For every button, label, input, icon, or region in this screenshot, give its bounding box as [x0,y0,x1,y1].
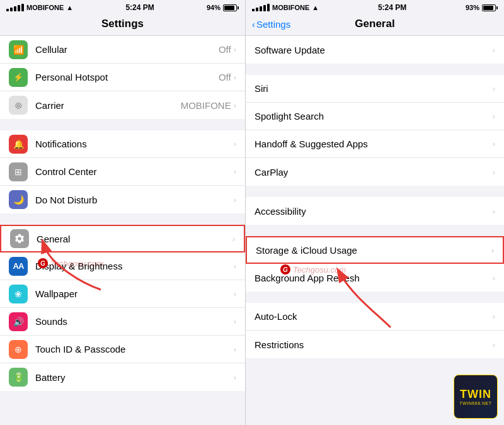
right-settings-list[interactable]: Software Update › Siri › Spotlight Searc… [246,36,504,425]
sounds-icon: 🔊 [9,312,28,331]
twin-logo-text: TWIN [460,388,491,401]
right-battery-icon [482,4,498,11]
touch-id-label: Touch ID & Passcode [35,344,234,354]
accessibility-chevron: › [493,207,495,216]
cellular-icon: 📶 [9,40,28,59]
row-software-update[interactable]: Software Update › [246,36,504,64]
row-carplay[interactable]: CarPlay › [246,158,504,186]
background-refresh-chevron: › [493,273,495,283]
touch-id-icon: ⊕ [9,340,28,359]
dnd-icon: 🌙 [9,190,28,209]
right-gap-1 [246,64,504,75]
carrier-value: MOBIFONE [181,100,231,111]
row-control-center[interactable]: ⊞ Control Center › [0,158,245,186]
left-settings-list[interactable]: 📶 Cellular Off › ⚡ Personal Hotspot Off … [0,36,245,425]
auto-lock-label: Auto-Lock [255,311,493,322]
row-spotlight-search[interactable]: Spotlight Search › [246,103,504,130]
row-auto-lock[interactable]: Auto-Lock › [246,303,504,331]
row-general[interactable]: General › [0,225,245,252]
cellular-label: Cellular [35,44,219,55]
watermark-right: G Techgosu.com [280,264,346,275]
left-status-right: 94% [207,4,239,11]
right-status-bar: MOBIFONE ▲ 5:24 PM 93% [246,0,504,14]
siri-label: Siri [255,83,493,94]
right-signal-icon [252,4,270,11]
row-battery[interactable]: 🔋 Battery › [0,363,245,391]
signal-icon [6,4,24,11]
left-phone-panel: MOBIFONE ▲ 5:24 PM 94% Settings 📶 Cellu [0,0,246,425]
right-nav-title: General [355,18,394,30]
battery-row-icon: 🔋 [9,368,28,387]
right-battery-percent: 93% [466,4,479,11]
dnd-label: Do Not Disturb [35,195,234,205]
cellular-chevron: › [234,45,236,54]
wallpaper-label: Wallpaper [35,288,234,299]
right-gap-2 [246,186,504,197]
carrier-icon: ◎ [9,96,28,115]
right-nav-bar: ‹ Settings General [246,14,504,36]
carrier-name: MOBIFONE [26,4,64,11]
wallpaper-chevron: › [234,289,236,298]
battery-label: Battery [35,372,234,383]
touch-id-chevron: › [234,344,236,354]
right-status-left: MOBIFONE ▲ [252,4,319,11]
section-software-update: Software Update › [246,36,504,64]
row-restrictions[interactable]: Restrictions › [246,331,504,358]
notifications-icon: 🔔 [9,135,28,154]
right-phone-panel: MOBIFONE ▲ 5:24 PM 93% ‹ Settings Genera… [246,0,504,425]
section-cellular: 📶 Cellular Off › ⚡ Personal Hotspot Off … [0,36,245,119]
row-personal-hotspot[interactable]: ⚡ Personal Hotspot Off › [0,64,245,91]
carrier-chevron: › [234,101,236,110]
section-notifications: 🔔 Notifications › ⊞ Control Center › 🌙 D… [0,130,245,213]
general-chevron: › [232,234,235,244]
right-wifi-icon: ▲ [312,4,319,11]
row-carrier[interactable]: ◎ Carrier MOBIFONE › [0,91,245,119]
hotspot-label: Personal Hotspot [35,72,219,82]
row-cellular[interactable]: 📶 Cellular Off › [0,36,245,64]
row-display-brightness[interactable]: AA Display & Brightness › [0,252,245,280]
dnd-chevron: › [234,195,236,205]
notifications-chevron: › [234,139,236,149]
left-time: 5:24 PM [125,3,154,12]
row-notifications[interactable]: 🔔 Notifications › [0,130,245,158]
row-handoff[interactable]: Handoff & Suggested Apps › [246,130,504,158]
software-update-label: Software Update [255,45,493,55]
display-chevron: › [234,261,236,271]
left-nav-bar: Settings [0,14,245,36]
control-center-chevron: › [234,167,236,176]
battery-percent-left: 94% [207,4,220,11]
twin-logo-sub: TWIN668.NET [459,401,491,405]
display-icon: AA [9,257,28,276]
section-siri: Siri › Spotlight Search › Handoff & Sugg… [246,75,504,186]
battery-chevron: › [234,373,236,382]
row-accessibility[interactable]: Accessibility › [246,197,504,225]
right-gap-3 [246,225,504,236]
row-storage-icloud[interactable]: Storage & iCloud Usage › [246,236,504,264]
row-siri[interactable]: Siri › [246,75,504,103]
gap-1 [0,119,245,130]
hotspot-value: Off [219,72,231,82]
restrictions-label: Restrictions [255,339,493,350]
row-sounds[interactable]: 🔊 Sounds › [0,308,245,336]
back-button[interactable]: ‹ Settings [252,19,290,30]
hotspot-chevron: › [234,72,236,82]
hotspot-icon: ⚡ [9,68,28,87]
row-wallpaper[interactable]: ❀ Wallpaper › [0,280,245,308]
restrictions-chevron: › [493,340,495,349]
auto-lock-chevron: › [493,312,495,321]
handoff-chevron: › [493,139,495,149]
left-status-bar: MOBIFONE ▲ 5:24 PM 94% [0,0,245,14]
wifi-icon: ▲ [66,4,73,11]
section-accessibility: Accessibility › [246,197,504,225]
right-status-right: 93% [466,4,498,11]
control-center-label: Control Center [35,166,234,177]
software-update-chevron: › [493,45,495,55]
notifications-label: Notifications [35,139,234,149]
gap-2 [0,213,245,225]
wallpaper-icon: ❀ [9,285,28,303]
right-carrier-name: MOBIFONE [272,4,309,11]
spotlight-chevron: › [493,111,495,121]
back-label: Settings [256,19,290,30]
row-touch-id[interactable]: ⊕ Touch ID & Passcode › [0,336,245,363]
row-do-not-disturb[interactable]: 🌙 Do Not Disturb › [0,186,245,213]
